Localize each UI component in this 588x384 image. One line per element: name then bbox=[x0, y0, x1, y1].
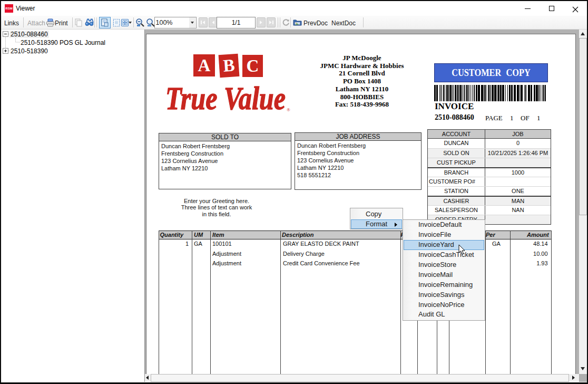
svg-text:®: ® bbox=[287, 107, 290, 112]
svg-text:True Value: True Value bbox=[165, 82, 286, 114]
